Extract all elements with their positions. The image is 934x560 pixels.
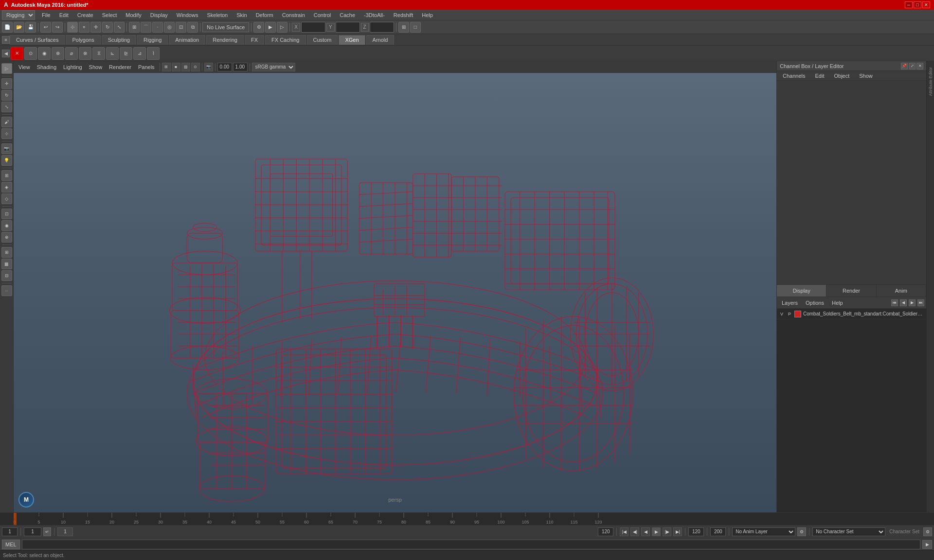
layer-tab-display[interactable]: Display <box>777 285 826 297</box>
shelf-options-btn[interactable]: ≡ <box>2 36 10 44</box>
view-menu[interactable]: View <box>16 63 33 71</box>
menu-control[interactable]: Control <box>310 11 335 19</box>
hypershade-btn[interactable]: ◉ <box>1 220 12 231</box>
layers-menu-help[interactable]: Help <box>829 299 846 307</box>
rotate-mode-btn[interactable]: ↻ <box>1 90 12 101</box>
scale-tool-btn[interactable]: ⤡ <box>114 22 125 33</box>
tab-fx-caching[interactable]: FX Caching <box>265 35 305 45</box>
menu-help[interactable]: Help <box>418 11 437 19</box>
vp-wireframe-btn[interactable]: ⊞ <box>162 63 171 71</box>
frame-display[interactable] <box>57 527 73 536</box>
layer-tab-anim[interactable]: Anim <box>877 285 926 297</box>
skip-to-end-btn[interactable]: ▶| <box>673 527 682 536</box>
layers-nav-2[interactable]: ◀ <box>900 299 907 306</box>
open-scene-btn[interactable]: 📂 <box>14 22 24 33</box>
snap-surface-btn[interactable]: ⊡ <box>176 22 186 33</box>
menu-file[interactable]: File <box>38 11 54 19</box>
layer-tab-render[interactable]: Render <box>826 285 876 297</box>
vp-light-btn[interactable]: ⊙ <box>191 63 200 71</box>
viewport-canvas[interactable]: persp M <box>14 73 776 512</box>
snap-grid-btn[interactable]: ⊞ <box>129 22 140 33</box>
gamma-val1[interactable]: 0.00 <box>217 63 232 71</box>
extra-btn-4[interactable]: ··· <box>1 285 12 296</box>
shelf-icon-1[interactable]: ✕ <box>11 47 23 60</box>
minimize-button[interactable]: ─ <box>905 1 913 8</box>
renderer-menu[interactable]: Renderer <box>106 63 134 71</box>
menu-3dto[interactable]: -3DtoAll- <box>360 11 389 19</box>
layer-item-1[interactable]: V P Combat_Soldiers_Belt_mb_standart:Com… <box>777 309 926 319</box>
close-button[interactable]: ✕ <box>922 1 930 8</box>
render-btn[interactable]: ▶ <box>265 22 276 33</box>
snap-point-btn[interactable]: · <box>152 22 163 33</box>
vp-cam-btn[interactable]: 📷 <box>204 63 213 71</box>
step-back-btn[interactable]: ◀| <box>630 527 639 536</box>
extra-btn-2[interactable]: ▦ <box>1 259 12 269</box>
mel-run-btn[interactable]: ▶ <box>922 540 932 549</box>
shelf-icon-10[interactable]: ⊿ <box>133 47 146 60</box>
play-forward-btn[interactable]: ▶ <box>652 527 661 536</box>
menu-skeleton[interactable]: Skeleton <box>203 11 232 19</box>
timeline-ruler[interactable]: 0 5 10 15 20 25 30 35 40 45 50 <box>0 513 934 525</box>
scale-mode-btn[interactable]: ⤡ <box>1 102 12 112</box>
tab-rigging[interactable]: Rigging <box>137 35 168 45</box>
shelf-icon-2[interactable]: ⊙ <box>24 47 37 60</box>
range-start-input[interactable] <box>2 527 18 536</box>
tab-polygons[interactable]: Polygons <box>66 35 100 45</box>
menu-skin[interactable]: Skin <box>233 11 251 19</box>
menu-cache[interactable]: Cache <box>336 11 359 19</box>
menu-windows[interactable]: Windows <box>173 11 202 19</box>
timeline-area[interactable]: 0 5 10 15 20 25 30 35 40 45 50 <box>0 512 934 525</box>
cb-tab-channels[interactable]: Channels <box>779 72 809 80</box>
layout-single-btn[interactable]: □ <box>410 22 421 33</box>
uv-btn[interactable]: ⊕ <box>1 232 12 243</box>
new-scene-btn[interactable]: 📄 <box>2 22 13 33</box>
menu-display[interactable]: Display <box>146 11 172 19</box>
select-tool-btn[interactable]: ⊹ <box>67 22 78 33</box>
component-btn[interactable]: ⊞ <box>1 170 12 181</box>
show-menu[interactable]: Show <box>86 63 106 71</box>
cb-pin-btn[interactable]: 📌 <box>901 63 908 70</box>
tab-arnold[interactable]: Arnold <box>366 35 395 45</box>
gamma-val2[interactable]: 1.00 <box>233 63 248 71</box>
select-mode-btn[interactable]: ▷ <box>1 63 12 74</box>
display-mode-1[interactable]: ◈ <box>1 182 12 192</box>
panels-menu[interactable]: Panels <box>135 63 158 71</box>
cb-tab-show[interactable]: Show <box>855 72 877 80</box>
menu-deform[interactable]: Deform <box>252 11 277 19</box>
layers-nav-3[interactable]: ▶ <box>909 299 916 306</box>
shelf-icon-3[interactable]: ◉ <box>38 47 51 60</box>
shelf-icon-9[interactable]: ⊵ <box>120 47 132 60</box>
snap-curve-btn[interactable]: ⌒ <box>141 22 151 33</box>
extra-btn-1[interactable]: ⊞ <box>1 247 12 258</box>
snap-view-btn[interactable]: ◎ <box>164 22 175 33</box>
cb-tab-object[interactable]: Object <box>830 72 853 80</box>
shading-menu[interactable]: Shading <box>34 63 59 71</box>
layer-btn[interactable]: ⊡ <box>1 209 12 219</box>
cb-close-btn[interactable]: ✕ <box>916 63 923 70</box>
play-back-btn[interactable]: ◀ <box>641 527 650 536</box>
shelf-icon-11[interactable]: ⌇ <box>147 47 160 60</box>
anim-layer-btn[interactable]: ⚙ <box>797 527 806 536</box>
paint-btn[interactable]: 🖌 <box>1 117 12 127</box>
shelf-icon-6[interactable]: ⊗ <box>79 47 91 60</box>
layers-menu-layers[interactable]: Layers <box>779 299 801 307</box>
shelf-icon-4[interactable]: ⊕ <box>52 47 64 60</box>
ipr-render-btn[interactable]: ▷ <box>277 22 287 33</box>
cb-expand-btn[interactable]: ⤢ <box>909 63 916 70</box>
render-settings-btn[interactable]: ⚙ <box>253 22 264 33</box>
move-tool-btn[interactable]: ✛ <box>90 22 101 33</box>
menu-create[interactable]: Create <box>73 11 97 19</box>
save-scene-btn[interactable]: 💾 <box>25 22 36 33</box>
menu-constrain[interactable]: Constrain <box>278 11 309 19</box>
undo-btn[interactable]: ↩ <box>40 22 51 33</box>
step-forward-btn[interactable]: |▶ <box>663 527 671 536</box>
layout-4pane-btn[interactable]: ⊞ <box>398 22 409 33</box>
x-input[interactable] <box>301 22 325 33</box>
tab-sculpting[interactable]: Sculpting <box>102 35 136 45</box>
sculpt-btn[interactable]: ⊹ <box>1 128 12 139</box>
lighting-menu[interactable]: Lighting <box>60 63 85 71</box>
tab-curves-surfaces[interactable]: Curves / Surfaces <box>10 35 65 45</box>
extra-btn-3[interactable]: ⊟ <box>1 270 12 281</box>
shelf-icon-5[interactable]: ⌀ <box>65 47 78 60</box>
menu-edit[interactable]: Edit <box>55 11 72 19</box>
